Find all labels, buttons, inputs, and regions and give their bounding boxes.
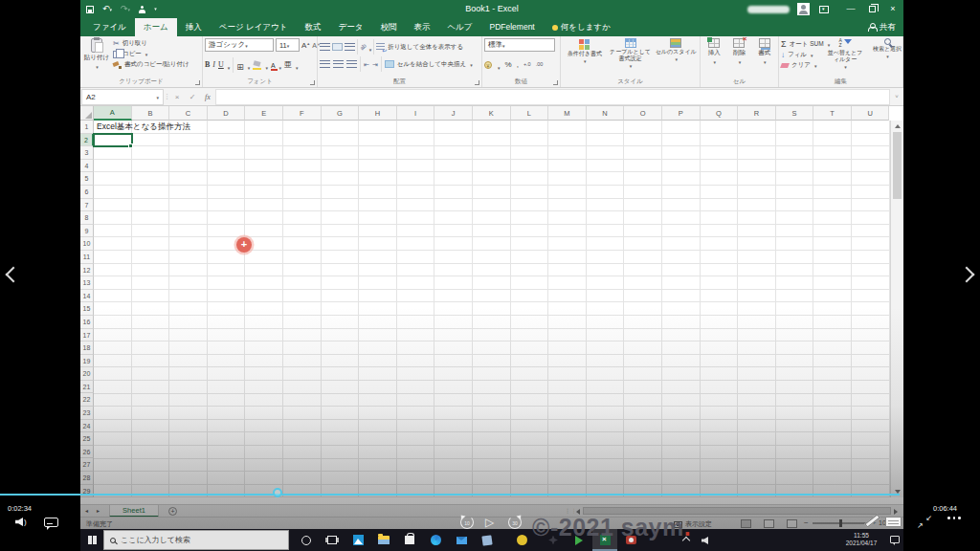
edge-button[interactable]: [423, 529, 448, 551]
col-header-H[interactable]: H: [359, 106, 397, 121]
sticky-notes-button[interactable]: [475, 529, 500, 551]
format-as-table-button[interactable]: テーブルとして書式設定: [609, 38, 653, 75]
cell-styles-button[interactable]: セルのスタイル: [654, 38, 698, 75]
increase-decimal-icon[interactable]: +.0: [523, 62, 531, 68]
underline-button[interactable]: U: [218, 61, 224, 69]
ribbon-tab-data[interactable]: データ: [329, 18, 371, 36]
decrease-indent-icon[interactable]: ⇤: [364, 61, 369, 68]
ribbon-tab-page-layout[interactable]: ページ レイアウト: [211, 18, 297, 36]
row-header-27[interactable]: 27: [80, 458, 94, 472]
ribbon-display-options-icon[interactable]: [819, 6, 829, 13]
align-center-icon[interactable]: [333, 60, 344, 68]
row-header-9[interactable]: 9: [80, 225, 94, 238]
taskbar-search-input[interactable]: ここに入力して検索: [103, 530, 289, 550]
add-sheet-icon[interactable]: +: [168, 507, 177, 516]
col-header-N[interactable]: N: [587, 106, 625, 121]
col-header-S[interactable]: S: [776, 106, 814, 121]
expand-formula-bar-icon[interactable]: ˅: [890, 94, 903, 99]
decrease-decimal-icon[interactable]: .00: [536, 62, 544, 68]
font-name-combo[interactable]: 游ゴシック: [205, 38, 274, 52]
increase-font-icon[interactable]: A: [301, 41, 310, 50]
exit-fullscreen-icon[interactable]: ↙↗: [917, 515, 932, 530]
account-avatar[interactable]: [797, 3, 810, 15]
col-header-E[interactable]: E: [245, 106, 283, 121]
col-header-D[interactable]: D: [208, 106, 246, 121]
conditional-formatting-button[interactable]: 条件付き書式: [563, 38, 607, 75]
col-header-T[interactable]: T: [813, 106, 852, 121]
row-header-23[interactable]: 23: [80, 407, 94, 420]
row-header-12[interactable]: 12: [80, 264, 94, 277]
dialog-launcher-icon[interactable]: [195, 80, 200, 85]
rewind-10-button[interactable]: 10: [460, 516, 474, 529]
video-progress-bar[interactable]: [0, 494, 900, 496]
row-header-28[interactable]: 28: [80, 472, 94, 485]
page-layout-view-button[interactable]: [764, 519, 774, 528]
formula-input[interactable]: [215, 89, 890, 105]
more-options-icon[interactable]: [947, 517, 961, 519]
name-box-dropdown-icon[interactable]: [155, 93, 159, 101]
borders-icon[interactable]: [236, 56, 244, 74]
row-header-4[interactable]: 4: [80, 160, 94, 173]
file-explorer-button[interactable]: [371, 529, 396, 551]
col-header-I[interactable]: I: [397, 106, 435, 121]
format-painter-button[interactable]: 書式のコピー/貼り付け: [113, 60, 189, 69]
row-header-26[interactable]: 26: [80, 446, 94, 459]
notification-center-icon[interactable]: [890, 536, 900, 543]
row-header-17[interactable]: 17: [80, 329, 94, 342]
restore-button[interactable]: [861, 0, 882, 18]
row-header-15[interactable]: 15: [80, 302, 94, 316]
cortana-button[interactable]: [294, 529, 319, 551]
row-header-11[interactable]: 11: [80, 251, 94, 264]
sheet-next-icon[interactable]: ▸: [97, 508, 100, 514]
dialog-launcher-icon[interactable]: [475, 80, 479, 85]
insert-cells-button[interactable]: 挿入: [702, 38, 725, 75]
captions-icon[interactable]: [44, 518, 58, 527]
cell-grid[interactable]: [94, 121, 890, 497]
orientation-icon[interactable]: ab: [359, 43, 368, 52]
taskbar-clock[interactable]: 11:55 2021/04/17: [836, 532, 886, 547]
photos-app-button[interactable]: [345, 529, 370, 551]
mail-button[interactable]: [449, 529, 474, 551]
zoom-slider-thumb[interactable]: [839, 519, 842, 527]
find-select-button[interactable]: 検索と選択: [867, 38, 903, 75]
bold-button[interactable]: B: [205, 61, 210, 69]
delete-cells-button[interactable]: 削除: [727, 38, 750, 75]
scroll-right-icon[interactable]: [894, 509, 898, 515]
row-header-6[interactable]: 6: [80, 186, 94, 199]
col-header-R[interactable]: R: [738, 106, 776, 121]
share-button[interactable]: 共有: [868, 18, 896, 36]
row-header-22[interactable]: 22: [80, 393, 94, 407]
col-header-C[interactable]: C: [169, 106, 208, 121]
sort-filter-button[interactable]: 並べ替えとフィルター: [825, 38, 865, 75]
row-header-7[interactable]: 7: [80, 199, 94, 212]
row-header-8[interactable]: 8: [80, 211, 94, 225]
wrap-text-button[interactable]: 折り返して全体を表示する: [376, 43, 463, 52]
previous-chevron-icon[interactable]: [6, 267, 22, 283]
autosum-button[interactable]: オート SUM: [781, 39, 830, 49]
video-progress-handle[interactable]: [273, 488, 282, 497]
name-box[interactable]: A2: [81, 89, 164, 105]
row-header-16[interactable]: 16: [80, 316, 94, 329]
row-header-13[interactable]: 13: [80, 276, 94, 290]
row-header-18[interactable]: 18: [80, 342, 94, 355]
col-header-L[interactable]: L: [511, 106, 549, 121]
col-header-K[interactable]: K: [473, 106, 511, 121]
active-cell-selection[interactable]: [93, 133, 133, 148]
play-button[interactable]: ▷: [485, 515, 494, 530]
ribbon-tab-tell-me[interactable]: 何をしますか: [544, 18, 619, 36]
dialog-launcher-icon[interactable]: [553, 80, 558, 85]
ribbon-tab-pdfelement[interactable]: PDFelement: [480, 18, 543, 36]
yellow-app-button[interactable]: [509, 529, 534, 551]
col-header-P[interactable]: P: [662, 106, 701, 121]
comma-style-icon[interactable]: ,: [517, 61, 519, 69]
align-left-icon[interactable]: [320, 60, 330, 68]
annotate-note-icon[interactable]: [885, 517, 902, 527]
font-color-icon[interactable]: A: [271, 62, 276, 69]
clear-button[interactable]: クリア: [781, 61, 830, 70]
volume-button[interactable]: ): [15, 518, 27, 526]
row-header-21[interactable]: 21: [80, 381, 94, 394]
align-top-icon[interactable]: [320, 43, 330, 51]
row-header-24[interactable]: 24: [80, 420, 94, 433]
align-middle-icon[interactable]: [332, 43, 343, 51]
row-header-2[interactable]: 2: [80, 134, 94, 147]
